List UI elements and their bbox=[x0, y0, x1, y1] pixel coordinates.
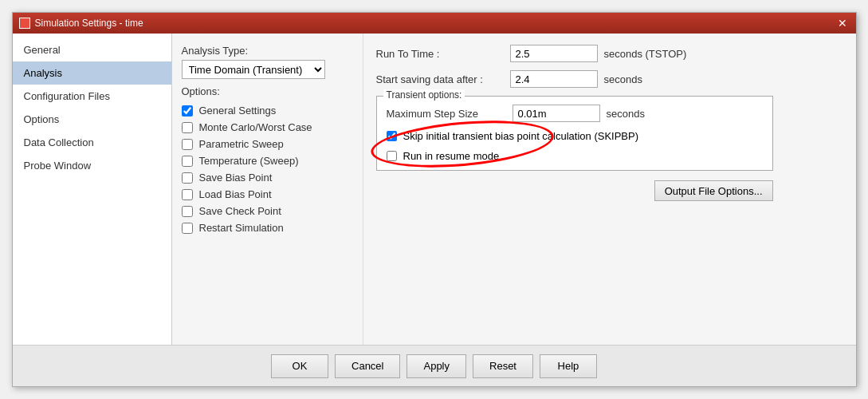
output-file-options-button[interactable]: Output File Options... bbox=[654, 180, 773, 201]
run-to-time-label: Run To Time : bbox=[376, 48, 504, 60]
sidebar-item-general[interactable]: General bbox=[13, 38, 171, 61]
bottom-bar: OK Cancel Apply Reset Help bbox=[13, 345, 856, 386]
analysis-panel: Analysis Type: Time Domain (Transient) A… bbox=[172, 34, 363, 345]
max-step-row: Maximum Step Size seconds bbox=[387, 105, 763, 122]
sidebar-item-probe-window[interactable]: Probe Window bbox=[13, 154, 171, 177]
run-to-time-row: Run To Time : seconds (TSTOP) bbox=[376, 45, 773, 62]
checkbox-skipbp[interactable] bbox=[387, 131, 397, 141]
option-temperature-sweep: Temperature (Sweep) bbox=[182, 152, 353, 169]
option-restart-simulation: Restart Simulation bbox=[182, 219, 353, 236]
apply-button[interactable]: Apply bbox=[407, 354, 466, 378]
app-icon bbox=[19, 18, 30, 29]
checkbox-load-bias-point[interactable] bbox=[182, 189, 193, 200]
sidebar-item-options[interactable]: Options bbox=[13, 108, 171, 131]
checkbox-restart-simulation[interactable] bbox=[182, 223, 193, 234]
max-step-label: Maximum Step Size bbox=[387, 108, 506, 120]
max-step-input[interactable] bbox=[513, 105, 600, 122]
content-area: General Analysis Configuration Files Opt… bbox=[13, 34, 856, 345]
start-saving-row: Start saving data after : seconds bbox=[376, 70, 773, 88]
options-section: Options: General Settings Monte Carlo/Wo… bbox=[182, 85, 353, 236]
circle-annotation bbox=[369, 114, 556, 174]
sidebar-item-data-collection[interactable]: Data Collection bbox=[13, 131, 171, 154]
title-bar-left: Simulation Settings - time bbox=[19, 18, 143, 29]
options-label: Options: bbox=[182, 85, 353, 97]
checkbox-general-settings[interactable] bbox=[182, 105, 193, 117]
checkbox-save-check-point[interactable] bbox=[182, 206, 193, 217]
option-label-monte-carlo: Monte Carlo/Worst Case bbox=[199, 121, 312, 133]
transient-options-title: Transient options: bbox=[383, 89, 465, 101]
help-button[interactable]: Help bbox=[540, 354, 597, 378]
title-bar: Simulation Settings - time ✕ bbox=[13, 13, 856, 34]
close-button[interactable]: ✕ bbox=[835, 16, 850, 30]
option-label-restart-simulation: Restart Simulation bbox=[199, 222, 284, 234]
resume-row: Run in resume mode bbox=[387, 150, 763, 162]
sidebar-item-analysis[interactable]: Analysis bbox=[13, 61, 171, 85]
analysis-type-row: Time Domain (Transient) AC Sweep DC Swee… bbox=[182, 60, 353, 79]
skipbp-label: Skip initial transient bias point calcul… bbox=[403, 130, 639, 142]
option-load-bias-point: Load Bias Point bbox=[182, 186, 353, 203]
max-step-unit: seconds bbox=[607, 108, 645, 120]
option-label-temperature-sweep: Temperature (Sweep) bbox=[199, 155, 299, 167]
option-label-load-bias-point: Load Bias Point bbox=[199, 188, 272, 200]
output-btn-row: Output File Options... bbox=[376, 180, 773, 201]
option-parametric-sweep: Parametric Sweep bbox=[182, 136, 353, 152]
option-monte-carlo: Monte Carlo/Worst Case bbox=[182, 119, 353, 136]
checkbox-monte-carlo[interactable] bbox=[182, 122, 193, 133]
option-label-general-settings: General Settings bbox=[199, 105, 277, 117]
checkbox-save-bias-point[interactable] bbox=[182, 172, 193, 184]
option-general-settings: General Settings bbox=[182, 102, 353, 119]
skipbp-row: Skip initial transient bias point calcul… bbox=[387, 130, 763, 142]
start-saving-unit: seconds bbox=[604, 73, 642, 85]
window-title: Simulation Settings - time bbox=[35, 18, 143, 29]
run-to-time-input[interactable] bbox=[510, 45, 598, 62]
start-saving-label: Start saving data after : bbox=[376, 73, 504, 85]
cancel-button[interactable]: Cancel bbox=[335, 354, 400, 378]
reset-button[interactable]: Reset bbox=[473, 354, 533, 378]
analysis-type-label: Analysis Type: bbox=[182, 45, 353, 57]
checkbox-resume[interactable] bbox=[387, 151, 397, 161]
main-window: Simulation Settings - time ✕ General Ana… bbox=[12, 12, 857, 387]
sidebar: General Analysis Configuration Files Opt… bbox=[13, 34, 172, 345]
start-saving-input[interactable] bbox=[510, 70, 598, 88]
checkbox-temperature-sweep[interactable] bbox=[182, 156, 193, 167]
analysis-type-select[interactable]: Time Domain (Transient) AC Sweep DC Swee… bbox=[182, 60, 325, 79]
option-label-parametric-sweep: Parametric Sweep bbox=[199, 138, 284, 150]
option-label-save-bias-point: Save Bias Point bbox=[199, 172, 273, 184]
run-to-time-unit: seconds (TSTOP) bbox=[604, 48, 687, 60]
option-label-save-check-point: Save Check Point bbox=[199, 205, 281, 217]
transient-options-box: Transient options: Maximum Step Size sec… bbox=[376, 96, 773, 171]
sidebar-item-configuration-files[interactable]: Configuration Files bbox=[13, 85, 171, 108]
checkbox-parametric-sweep[interactable] bbox=[182, 139, 193, 150]
resume-label: Run in resume mode bbox=[403, 150, 500, 162]
right-panel: Run To Time : seconds (TSTOP) Start savi… bbox=[363, 34, 786, 345]
option-save-bias-point: Save Bias Point bbox=[182, 169, 353, 186]
ok-button[interactable]: OK bbox=[271, 354, 328, 378]
option-save-check-point: Save Check Point bbox=[182, 203, 353, 219]
